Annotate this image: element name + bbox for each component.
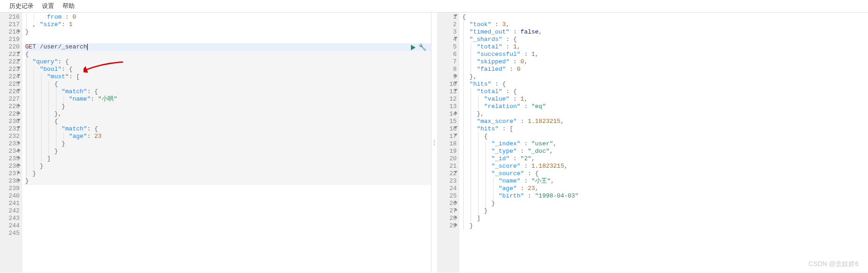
fold-close-icon[interactable] (17, 164, 21, 166)
indent-guide (478, 185, 479, 192)
menu-settings[interactable]: 设置 (42, 2, 54, 10)
token-punc: : { (491, 81, 506, 88)
indent-guide (471, 185, 471, 192)
indent-guide (63, 96, 64, 103)
fold-close-icon[interactable] (454, 201, 458, 203)
indent-guide (34, 88, 34, 96)
token-punc: , (524, 96, 528, 102)
fold-close-icon[interactable] (454, 208, 458, 211)
token-punc: : (521, 140, 531, 147)
code-line: "hits" : [ (462, 125, 868, 133)
indent-guide (463, 21, 464, 28)
indent-guide (471, 96, 471, 103)
indent-guide (478, 96, 479, 103)
indent-guide (26, 133, 27, 140)
token-punc: : { (58, 58, 69, 65)
menu-history[interactable]: 历史记录 (9, 2, 34, 10)
token-punc: : (87, 133, 95, 140)
token-punc: : (517, 118, 528, 125)
fold-close-icon[interactable] (17, 29, 21, 32)
token-num: 0 (72, 14, 76, 20)
fold-open-icon[interactable] (454, 171, 458, 173)
fold-open-icon[interactable] (454, 89, 458, 91)
token-num: 0 (517, 66, 521, 73)
indent-guide (471, 133, 471, 140)
indent-guide (493, 192, 493, 200)
fold-close-icon[interactable] (17, 149, 21, 151)
fold-close-icon[interactable] (454, 111, 458, 114)
line-number: 223 (0, 66, 20, 73)
line-number: 229 (0, 110, 20, 118)
fold-open-icon[interactable] (17, 67, 21, 69)
line-number: 218 (0, 28, 20, 36)
pane-splitter[interactable]: ⋮ (431, 13, 437, 273)
indent-guide (478, 148, 479, 155)
fold-open-icon[interactable] (17, 82, 21, 84)
main-split: 2162172182192202212222232242252262272282… (0, 13, 868, 273)
line-gutter-left: 2162172182192202212222232242252262272282… (0, 13, 22, 273)
wrench-icon[interactable]: 🔧 (418, 44, 426, 51)
indent-guide (26, 103, 27, 110)
fold-open-icon[interactable] (17, 119, 21, 121)
indent-guide (486, 177, 486, 185)
fold-open-icon[interactable] (17, 89, 21, 91)
fold-close-icon[interactable] (454, 74, 458, 76)
fold-close-icon[interactable] (17, 111, 21, 114)
fold-close-icon[interactable] (17, 104, 21, 106)
indent-guide (26, 110, 27, 118)
indent-guide (41, 155, 42, 163)
token-key: "age" (499, 185, 517, 192)
indent-guide (463, 125, 464, 133)
line-number: 15 (437, 118, 457, 125)
code-line (25, 200, 431, 207)
indent-guide (471, 51, 471, 58)
line-number: 26 (437, 200, 457, 207)
indent-guide (486, 155, 486, 163)
fold-open-icon[interactable] (17, 126, 21, 129)
fold-open-icon[interactable] (454, 37, 458, 39)
response-viewer: { "took" : 3, "timed_out" : false, "_sha… (459, 13, 868, 273)
fold-open-icon[interactable] (454, 82, 458, 84)
indent-guide (463, 51, 464, 58)
line-number: 232 (0, 133, 20, 140)
token-punc: : (62, 21, 69, 28)
token-punc: { (25, 51, 29, 58)
fold-open-icon[interactable] (454, 134, 458, 136)
fold-close-icon[interactable] (454, 216, 458, 218)
fold-close-icon[interactable] (17, 156, 21, 158)
indent-guide (41, 133, 42, 140)
request-editor[interactable]: from : 0 , "size": 1}GET /user/_search🔧{… (22, 13, 431, 273)
token-punc: , (517, 43, 521, 50)
code-line: { (462, 133, 868, 140)
indent-guide (486, 163, 486, 170)
token-key: "took" (470, 21, 492, 28)
token-punc: : (509, 96, 520, 102)
indent-guide (49, 88, 49, 96)
token-path: /user/_search (36, 43, 87, 50)
fold-open-icon[interactable] (17, 59, 21, 61)
fold-open-icon[interactable] (17, 52, 21, 54)
indent-guide (471, 140, 471, 148)
fold-close-icon[interactable] (17, 171, 21, 173)
indent-guide (34, 96, 34, 103)
token-punc: : (521, 103, 531, 110)
token-num: 0 (521, 58, 524, 65)
run-query-icon[interactable] (411, 45, 416, 50)
token-key: from (40, 14, 62, 20)
fold-close-icon[interactable] (454, 223, 458, 225)
indent-guide (26, 73, 27, 81)
token-key: "_type" (491, 148, 517, 155)
indent-guide (463, 36, 464, 43)
indent-guide (463, 96, 464, 103)
token-key: "hits" (477, 125, 499, 132)
indent-guide (478, 207, 479, 215)
code-line: } (25, 140, 431, 148)
token-key: "_source" (491, 170, 524, 177)
code-line: "hits" : { (462, 81, 868, 88)
menu-help[interactable]: 帮助 (62, 2, 75, 10)
fold-open-icon[interactable] (17, 74, 21, 76)
fold-open-icon[interactable] (454, 126, 458, 129)
fold-open-icon[interactable] (454, 14, 458, 17)
fold-close-icon[interactable] (17, 141, 21, 143)
fold-close-icon[interactable] (17, 178, 21, 181)
